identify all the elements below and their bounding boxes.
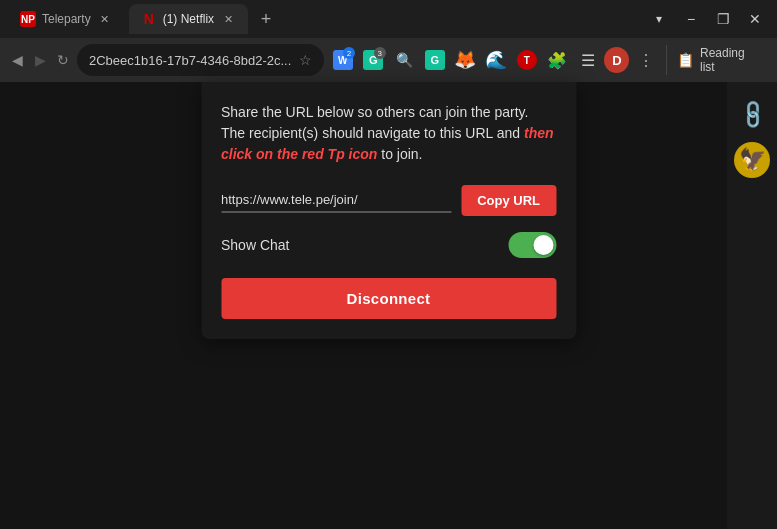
wallet-extension-icon[interactable]: W 2 [328, 45, 357, 75]
search-extension-icon[interactable]: 🔍 [390, 45, 419, 75]
netflix-tab-label: (1) Netflix [163, 12, 214, 26]
menu-button[interactable]: ☰ [574, 45, 603, 75]
profile-avatar[interactable]: D [604, 47, 629, 73]
menu-icon: ☰ [581, 51, 595, 70]
popup-description: Share the URL below so others can join t… [221, 102, 556, 165]
tab-controls: ▾ − ❐ ✕ [645, 5, 769, 33]
tp-avatar-image: 🦅 [739, 147, 766, 173]
fox-icon: 🦊 [454, 49, 476, 71]
edge-icon: 🌊 [485, 49, 507, 71]
edge-extension-icon[interactable]: 🌊 [482, 45, 511, 75]
back-button[interactable]: ◀ [8, 45, 27, 75]
vertical-dots-icon: ⋮ [638, 51, 654, 70]
browser-chrome: NP Teleparty ✕ N (1) Netflix ✕ + ▾ − ❐ [0, 0, 777, 82]
close-button[interactable]: ✕ [741, 5, 769, 33]
url-input[interactable] [221, 188, 451, 213]
show-chat-row: Show Chat [221, 232, 556, 258]
address-bar-row: ◀ ▶ ↻ 2Cbeec1b16-17b7-4346-8bd2-2c... ☆ … [0, 38, 777, 82]
right-sidebar: 🔗 🦅 [727, 82, 777, 529]
teleparty-tab[interactable]: NP Teleparty ✕ [8, 4, 125, 34]
teleparty-extension-icon[interactable]: T [512, 45, 541, 75]
more-options-button[interactable]: ⋮ [631, 45, 660, 75]
extensions-button[interactable]: 🧩 [543, 45, 572, 75]
grammarly2-extension-icon[interactable]: G [420, 45, 449, 75]
reading-list-button[interactable]: 📋 Reading list [666, 45, 769, 75]
toolbar-icons: W 2 G 3 🔍 G 🦊 🌊 [328, 45, 769, 75]
link-icon[interactable]: 🔗 [735, 97, 770, 132]
url-row: Copy URL [221, 185, 556, 216]
teleparty-tab-label: Teleparty [42, 12, 91, 26]
tab-bar: NP Teleparty ✕ N (1) Netflix ✕ + ▾ − ❐ [0, 0, 777, 38]
search-icon: 🔍 [394, 50, 414, 70]
grammarly-extension-icon[interactable]: G 3 [359, 45, 388, 75]
refresh-button[interactable]: ↻ [54, 45, 73, 75]
copy-url-button[interactable]: Copy URL [461, 185, 556, 216]
minimize-button[interactable]: − [677, 5, 705, 33]
toggle-knob [533, 235, 553, 255]
tp-user-avatar[interactable]: 🦅 [734, 142, 770, 178]
netflix-tab[interactable]: N (1) Netflix ✕ [129, 4, 248, 34]
reading-list-icon: 📋 [677, 52, 694, 68]
reading-list-label: Reading list [700, 46, 759, 74]
teleparty-favicon: NP [20, 11, 36, 27]
netflix-tab-close[interactable]: ✕ [220, 11, 236, 27]
show-chat-toggle[interactable] [508, 232, 556, 258]
grammarly2-icon: G [425, 50, 445, 70]
netflix-favicon: N [141, 11, 157, 27]
maximize-button[interactable]: ❐ [709, 5, 737, 33]
teleparty-popup: Share the URL below so others can join t… [201, 82, 576, 339]
main-content: Share the URL below so others can join t… [0, 82, 777, 529]
address-bar[interactable]: 2Cbeec1b16-17b7-4346-8bd2-2c... ☆ [77, 44, 324, 76]
address-text: 2Cbeec1b16-17b7-4346-8bd2-2c... [89, 53, 291, 68]
tab-search-button[interactable]: ▾ [645, 5, 673, 33]
star-icon[interactable]: ☆ [299, 52, 312, 68]
new-tab-button[interactable]: + [252, 5, 280, 33]
puzzle-icon: 🧩 [547, 51, 567, 70]
teleparty-tab-close[interactable]: ✕ [97, 11, 113, 27]
tp-icon: T [517, 50, 537, 70]
forward-button[interactable]: ▶ [31, 45, 50, 75]
grammarly-badge: 3 [374, 47, 386, 59]
show-chat-label: Show Chat [221, 237, 289, 253]
disconnect-button[interactable]: Disconnect [221, 278, 556, 319]
metamask-extension-icon[interactable]: 🦊 [451, 45, 480, 75]
wallet-badge: 2 [343, 47, 355, 59]
